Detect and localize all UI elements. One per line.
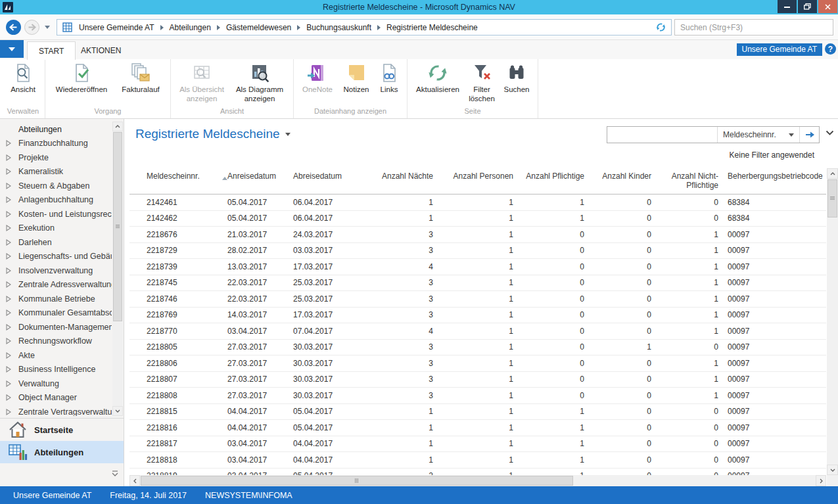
table-row[interactable]: 2218746 22.03.2017 25.03.2017 3 1 0 0 1 …	[129, 291, 826, 308]
table-row[interactable]: 2218770 03.04.2017 07.04.2017 4 1 0 0 1 …	[129, 323, 826, 340]
expand-arrow-icon[interactable]	[6, 366, 18, 373]
notizen-button[interactable]: Notizen	[338, 60, 374, 96]
filter-pane-chevron-icon[interactable]	[826, 130, 834, 136]
sidebar-item[interactable]: Projekte	[0, 150, 112, 165]
sidebar-item[interactable]: Dokumenten-Management	[0, 320, 112, 334]
suchen-button[interactable]: Suchen	[500, 60, 534, 96]
scroll-down-arrow[interactable]	[827, 465, 838, 475]
sidebar-item[interactable]: Kommunale Betriebe	[0, 292, 112, 306]
sidebar-item[interactable]: Kommunaler Gesamtabschl	[0, 306, 112, 321]
sidebar-scrollbar[interactable]	[112, 122, 123, 416]
configure-buttons-chevron-icon[interactable]	[110, 469, 120, 478]
scroll-right-arrow[interactable]	[816, 475, 826, 486]
breadcrumb-item[interactable]: Gästemeldewesen	[226, 23, 291, 32]
sidebar-item[interactable]: Kameralistik	[0, 165, 112, 179]
sidebar-item[interactable]: Rechnungsworkflow	[0, 334, 112, 349]
column-header-anzahl-pflichtige[interactable]: Anzahl Pflichtige	[515, 168, 586, 194]
expand-arrow-icon[interactable]	[6, 168, 18, 175]
table-row[interactable]: 2218769 14.03.2017 17.03.2017 3 1 0 0 1 …	[129, 308, 826, 324]
table-row[interactable]: 2218806 27.03.2017 30.03.2017 3 1 0 0 1 …	[129, 355, 826, 372]
column-header-anzahl-naechte[interactable]: Anzahl Nächte	[356, 168, 434, 194]
scrollbar-thumb[interactable]	[141, 476, 573, 486]
sidebar-item[interactable]: Business Intelligence	[0, 363, 112, 377]
table-row[interactable]: 2218817 03.04.2017 04.04.2017 1 1 1 0 0 …	[129, 436, 826, 453]
sidebar-item[interactable]: Darlehen	[0, 235, 112, 250]
apply-filter-button[interactable]	[799, 127, 819, 143]
table-horizontal-scrollbar[interactable]	[129, 475, 826, 486]
filter-field-selector[interactable]: Meldescheinnr.	[718, 130, 799, 139]
sidebar-item[interactable]: Object Manager	[0, 391, 112, 405]
table-row[interactable]: 2218729 28.02.2017 03.03.2017 3 1 0 0 1 …	[129, 243, 826, 260]
expand-arrow-icon[interactable]	[6, 394, 18, 401]
sidebar-item[interactable]: Akte	[0, 348, 112, 363]
table-row[interactable]: 2218818 03.04.2017 04.04.2017 1 1 1 0 0 …	[129, 452, 826, 469]
sidebar-item[interactable]: Insolvenzverwaltung	[0, 263, 112, 278]
ansicht-button[interactable]: Ansicht	[5, 60, 41, 96]
column-header-anzahl-nicht-pflichtige[interactable]: Anzahl Nicht-Pflichtige	[653, 168, 720, 194]
tab-aktionen[interactable]: AKTIONEN	[70, 42, 132, 59]
aktualisieren-button[interactable]: Aktualisieren	[411, 60, 464, 96]
table-vertical-scrollbar[interactable]	[827, 168, 838, 475]
onenote-button[interactable]: OneNote	[298, 60, 337, 96]
als-uebersicht-anzeigen-button[interactable]: Als Übersicht anzeigen	[175, 60, 229, 104]
expand-arrow-icon[interactable]	[6, 380, 18, 387]
scrollbar-thumb[interactable]	[113, 132, 122, 321]
column-header-anzahl-kinder[interactable]: Anzahl Kinder	[586, 168, 653, 194]
column-header-anzahl-personen[interactable]: Anzahl Personen	[434, 168, 515, 194]
table-row[interactable]: 2142461 05.04.2017 06.04.2017 1 1 1 0 0 …	[129, 195, 826, 211]
minimize-button[interactable]	[778, 0, 797, 13]
filter-value-input[interactable]	[607, 127, 718, 143]
table-row[interactable]: 2218815 04.04.2017 05.04.2017 1 1 1 0 0 …	[129, 404, 826, 421]
expand-arrow-icon[interactable]	[6, 140, 18, 147]
search-input[interactable]	[675, 20, 833, 35]
expand-arrow-icon[interactable]	[6, 267, 18, 274]
expand-arrow-icon[interactable]	[6, 296, 18, 302]
help-button[interactable]: ?	[825, 43, 836, 55]
sidebar-item[interactable]: Verwaltung	[0, 377, 112, 391]
table-row[interactable]: 2218739 13.03.2017 17.03.2017 4 1 0 0 1 …	[129, 259, 826, 275]
tab-start[interactable]: START	[27, 41, 76, 60]
status-date[interactable]: Freitag, 14. Juli 2017	[110, 491, 187, 500]
refresh-address-icon[interactable]	[656, 22, 666, 32]
abteilungen-button[interactable]: Abteilungen	[0, 441, 124, 463]
breadcrumb-item[interactable]: Registrierte Meldescheine	[386, 23, 478, 32]
history-dropdown-button[interactable]	[45, 26, 50, 29]
fakturalauf-button[interactable]: Fakturalauf	[115, 60, 166, 96]
table-row[interactable]: 2218808 27.03.2017 30.03.2017 3 1 0 0 1 …	[129, 388, 826, 404]
expand-arrow-icon[interactable]	[6, 253, 18, 260]
expand-arrow-icon[interactable]	[6, 409, 18, 415]
table-row[interactable]: 2142462 05.04.2017 06.04.2017 1 1 1 0 0 …	[129, 211, 826, 227]
startseite-button[interactable]: Startseite	[0, 419, 124, 441]
table-row[interactable]: 2218805 27.03.2017 30.03.2017 3 1 0 1 0 …	[129, 340, 826, 356]
column-header-anreisedatum[interactable]: Anreisedatum	[224, 168, 290, 194]
close-button[interactable]	[818, 0, 837, 13]
breadcrumb-item[interactable]: Buchungsauskunft	[306, 23, 371, 32]
table-row[interactable]: 2218676 21.03.2017 24.03.2017 3 1 0 0 1 …	[129, 227, 826, 243]
table-row[interactable]: 2218807 27.03.2017 30.03.2017 3 1 0 0 1 …	[129, 372, 826, 388]
restore-button[interactable]	[798, 0, 817, 13]
filter-loeschen-button[interactable]: Filter löschen	[465, 60, 498, 104]
scrollbar-thumb[interactable]	[827, 179, 837, 218]
expand-arrow-icon[interactable]	[6, 183, 18, 189]
column-header-beherbergungsbetriebcode[interactable]: Beherbergungsbetriebcode	[720, 168, 826, 194]
breadcrumb-item[interactable]: Unsere Gemeinde AT	[79, 23, 154, 32]
breadcrumb-item[interactable]: Abteilungen	[170, 23, 211, 32]
scroll-down-arrow[interactable]	[112, 406, 123, 416]
sidebar-item[interactable]: Liegenschafts- und Gebäud	[0, 250, 112, 264]
expand-arrow-icon[interactable]	[6, 196, 18, 203]
sidebar-item[interactable]: Finanzbuchhaltung	[0, 137, 112, 151]
sidebar-item[interactable]: Zentrale Adressverwaltung	[0, 278, 112, 292]
expand-arrow-icon[interactable]	[6, 239, 18, 246]
sidebar-item[interactable]: Steuern & Abgaben	[0, 179, 112, 193]
forward-button[interactable]	[24, 19, 40, 35]
expand-arrow-icon[interactable]	[6, 309, 18, 316]
expand-arrow-icon[interactable]	[6, 154, 18, 161]
table-row[interactable]: 2218745 22.03.2017 25.03.2017 3 1 0 0 1 …	[129, 275, 826, 292]
expand-arrow-icon[interactable]	[6, 225, 18, 231]
sidebar-item[interactable]: Exekution	[0, 221, 112, 236]
sidebar-item[interactable]: Zentrale Vertragsverwaltung	[0, 405, 112, 416]
expand-arrow-icon[interactable]	[6, 352, 18, 359]
back-button[interactable]	[5, 19, 22, 35]
column-header-meldescheinnr[interactable]: Meldescheinnr.	[129, 168, 224, 194]
scroll-up-arrow[interactable]	[827, 168, 838, 179]
